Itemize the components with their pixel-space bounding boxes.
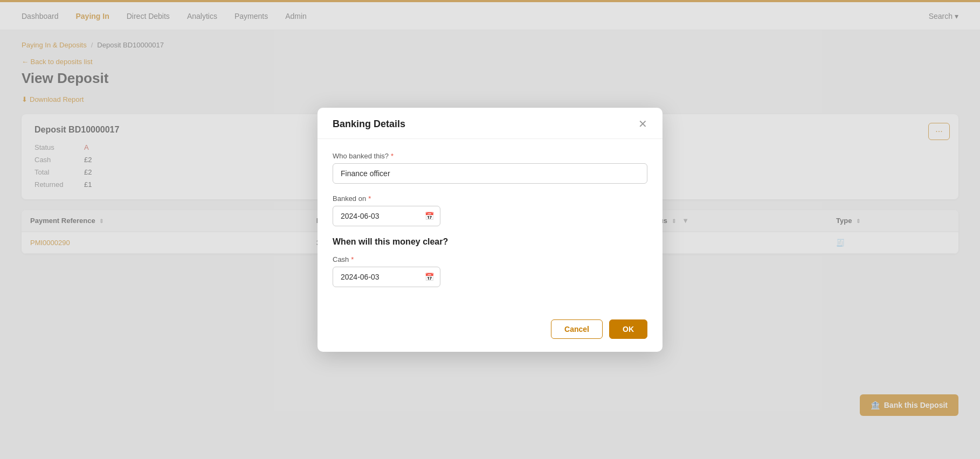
money-clear-heading: When will this money clear? [333, 237, 647, 247]
modal-close-button[interactable]: ✕ [638, 119, 647, 129]
cash-required: * [351, 255, 354, 263]
banked-on-required: * [368, 194, 371, 203]
modal-overlay[interactable]: Banking Details ✕ Who banked this? * Ban… [0, 0, 980, 265]
cash-label: Cash * [333, 255, 647, 263]
who-banked-group: Who banked this? * [333, 152, 647, 184]
banked-on-group: Banked on * 📅 [333, 194, 647, 226]
banking-details-modal: Banking Details ✕ Who banked this? * Ban… [318, 108, 662, 265]
banked-on-label: Banked on * [333, 194, 647, 203]
modal-title: Banking Details [333, 119, 405, 130]
modal-header: Banking Details ✕ [318, 108, 662, 139]
who-banked-input[interactable] [333, 163, 647, 184]
banked-on-date-wrapper: 📅 [333, 206, 440, 226]
modal-body: Who banked this? * Banked on * 📅 When wi… [318, 139, 662, 265]
banked-on-date-input[interactable] [333, 206, 440, 226]
who-banked-label: Who banked this? * [333, 152, 647, 160]
cash-date-group: Cash * 📅 [333, 255, 647, 265]
who-banked-required: * [391, 152, 394, 160]
